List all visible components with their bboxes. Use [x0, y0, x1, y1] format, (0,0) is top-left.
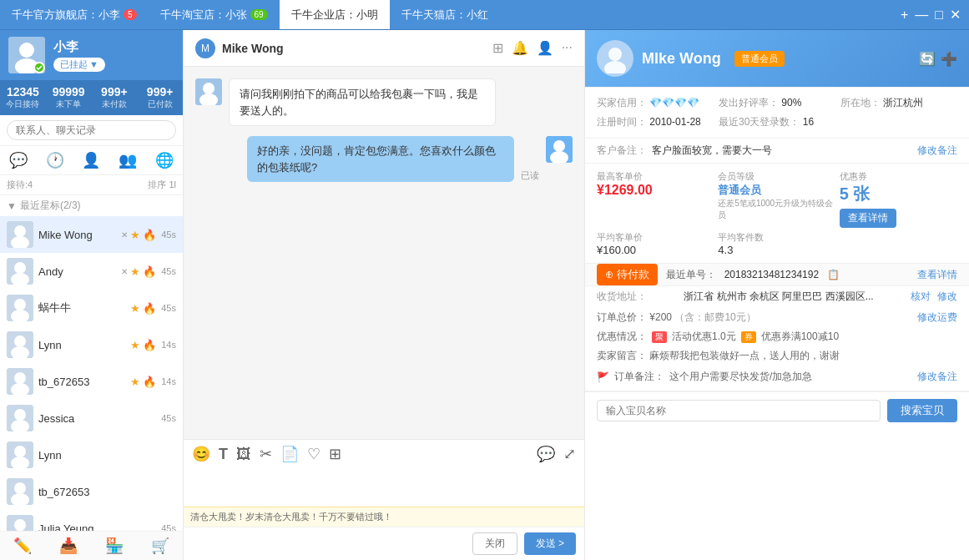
- address-value: 浙江省 杭州市 余杭区 阿里巴巴 西溪园区...: [684, 290, 873, 304]
- svg-point-37: [203, 83, 214, 94]
- contact-item-c3[interactable]: 蜗牛牛 ★🔥 45s: [0, 290, 183, 326]
- scissors-button[interactable]: ✂: [260, 445, 272, 463]
- maximize-button[interactable]: □: [935, 8, 943, 23]
- collapse-icon[interactable]: ▼: [7, 200, 17, 212]
- edit-note-button[interactable]: 修改备注: [917, 144, 957, 158]
- sidebar-meta: 接待:4 排序 1l: [0, 175, 183, 195]
- contact-item-c1[interactable]: Mike Wong ✕★🔥 45s: [0, 216, 183, 253]
- agent-info: 小李 已挂起 ▼: [53, 39, 105, 72]
- expand-button[interactable]: ⤢: [563, 445, 576, 463]
- contact-name: Lynn: [38, 449, 171, 462]
- add-tab-button[interactable]: +: [901, 8, 908, 23]
- chat-person-icon[interactable]: 👤: [537, 40, 553, 56]
- contact-item-c2[interactable]: Andy ✕★🔥 45s: [0, 253, 183, 290]
- verify-address-button[interactable]: 核对: [911, 290, 931, 304]
- credit-cell: 买家信用： 💎💎💎💎: [597, 96, 714, 110]
- chat-header: M Mike Wong ⊞ 🔔 👤 ···: [184, 30, 584, 67]
- contact-list: Mike Wong ✕★🔥 45s Andy ✕★🔥 45s 蜗牛牛 ★🔥 45…: [0, 216, 183, 531]
- footer-inbox-icon[interactable]: 📥: [59, 537, 78, 555]
- stat-no-order: 99999 未下单: [46, 85, 92, 110]
- file-button[interactable]: 📄: [280, 445, 299, 463]
- agent-avatar-wrap: [8, 37, 45, 73]
- contact-badges: ✕★🔥: [121, 265, 156, 278]
- chat-toolbar: 😊 T 🖼 ✂ 📄 ♡ ⊞ 💬 ⤢: [184, 439, 584, 468]
- tab-store-4[interactable]: 千牛天猫店：小红: [390, 0, 500, 29]
- total-label: 订单总价：: [597, 311, 647, 323]
- main-layout: 小李 已挂起 ▼ 12345 今日接待 99999 未下单 999+ 未付款 9: [0, 30, 969, 560]
- reg-cell: 注册时间： 2010-01-28: [597, 115, 714, 129]
- contacts-icon[interactable]: 🌐: [155, 151, 174, 169]
- text-format-button[interactable]: T: [219, 446, 228, 463]
- footer-compose-icon[interactable]: ✏️: [13, 537, 32, 555]
- seller-note-row: 卖家留言： 麻烦帮我把包装做好一点，送人用的，谢谢: [585, 346, 969, 366]
- tab-pending[interactable]: ⊕ 待付款: [597, 264, 658, 285]
- chat-input[interactable]: [192, 468, 576, 498]
- contact-item-c5[interactable]: tb_672653 ★🔥 14s: [0, 363, 183, 400]
- chat-more-icon[interactable]: ···: [562, 40, 573, 56]
- fix-shipping-button[interactable]: 修改运费: [917, 310, 957, 325]
- order-remark-row: 🚩 订单备注： 这个用户需要尽快发货/加急加急 修改备注: [585, 366, 969, 391]
- contact-avatar: [7, 331, 33, 358]
- customer-avatar: [597, 40, 633, 77]
- sort-order: 排序 1l: [148, 179, 176, 191]
- chat-header-name: Mike Wong: [222, 42, 486, 55]
- copy-order-no-button[interactable]: 📋: [827, 269, 840, 280]
- contact-item-c6[interactable]: Jessica 45s: [0, 400, 183, 436]
- image-button[interactable]: 🖼: [236, 446, 251, 463]
- sidebar-nav-icons: 💬 🕐 👤 👥 🌐: [0, 146, 183, 175]
- contact-name: Mike Wong: [38, 229, 116, 241]
- footer-shop-icon[interactable]: 🏪: [105, 537, 124, 555]
- group-icon[interactable]: 👥: [119, 151, 137, 169]
- remove-contact-icon[interactable]: ✕: [121, 267, 128, 276]
- contact-item-c7[interactable]: Lynn: [0, 436, 183, 473]
- star-icon: ★: [130, 302, 140, 315]
- order-address-row: 收货地址： 浙江省 杭州市 余杭区 阿里巴巴 西溪园区... 核对 修改: [585, 286, 969, 307]
- close-window-button[interactable]: ✕: [950, 7, 961, 23]
- refresh-icon[interactable]: 🔄: [919, 51, 936, 67]
- edit-address-button[interactable]: 修改: [937, 290, 957, 304]
- order-detail-link[interactable]: 查看详情: [917, 268, 957, 282]
- person-icon[interactable]: 👤: [82, 151, 100, 169]
- chat-bell-icon[interactable]: 🔔: [512, 40, 528, 56]
- footer-sell-icon[interactable]: 🛒: [151, 537, 169, 555]
- clock-icon[interactable]: 🕐: [46, 151, 64, 169]
- contact-time: 45s: [161, 230, 176, 240]
- minimize-button[interactable]: —: [915, 8, 928, 23]
- heart-button[interactable]: ♡: [307, 445, 320, 463]
- remove-contact-icon[interactable]: ✕: [121, 230, 128, 240]
- view-detail-button[interactable]: 查看详情: [840, 209, 896, 228]
- contact-item-c9[interactable]: Julia Yeung 45s: [0, 510, 183, 531]
- stat-today: 12345 今日接待: [0, 85, 46, 110]
- product-search-input[interactable]: [597, 400, 881, 421]
- svg-point-25: [14, 482, 26, 494]
- grid-button[interactable]: ⊞: [329, 445, 341, 463]
- emoji-button[interactable]: 😊: [192, 445, 210, 463]
- close-chat-button[interactable]: 关闭: [472, 532, 517, 555]
- tab-store-1[interactable]: 千牛官方旗舰店：小李 5: [0, 0, 149, 29]
- stat-unpaid-label: 未付款: [92, 98, 138, 110]
- svg-point-13: [14, 335, 26, 347]
- contact-item-c4[interactable]: Lynn ★🔥 14s: [0, 326, 183, 363]
- send-button[interactable]: 发送 >: [524, 532, 576, 555]
- window-controls: + — □ ✕: [892, 7, 969, 23]
- search-product-button[interactable]: 搜索宝贝: [887, 399, 957, 422]
- member-level-value: 普通会员: [718, 183, 835, 198]
- sidebar-header: 小李 已挂起 ▼: [0, 30, 183, 80]
- chat-input-area: [184, 468, 584, 507]
- order-tab-bar: ⊕ 待付款 最近单号： 20183213481234192 📋 查看详情: [585, 264, 969, 286]
- order-remark-text: 这个用户需要尽快发货/加急加急: [669, 370, 812, 384]
- chat-messages: 请问我刚刚拍下的商品可以给我包裹一下吗，我是要送人的。 已读 好的亲，没问题，肯…: [184, 67, 584, 439]
- add-customer-icon[interactable]: ➕: [941, 51, 957, 67]
- chat-icon[interactable]: 💬: [9, 151, 28, 169]
- tab-store-2[interactable]: 千牛淘宝店：小张 69: [149, 0, 280, 29]
- tab-store-3[interactable]: 千牛企业店：小明: [280, 0, 390, 29]
- fix-note-button[interactable]: 修改备注: [917, 370, 957, 384]
- contact-item-c8[interactable]: tb_672653: [0, 473, 183, 510]
- total-amount: ¥200: [649, 311, 672, 323]
- chat-window-icon[interactable]: ⊞: [492, 40, 503, 56]
- contact-time: 45s: [161, 413, 176, 423]
- status-button[interactable]: 已挂起 ▼: [53, 58, 105, 72]
- search-input[interactable]: [7, 120, 176, 140]
- svg-point-43: [608, 48, 622, 61]
- quick-reply-button[interactable]: 💬: [537, 445, 555, 463]
